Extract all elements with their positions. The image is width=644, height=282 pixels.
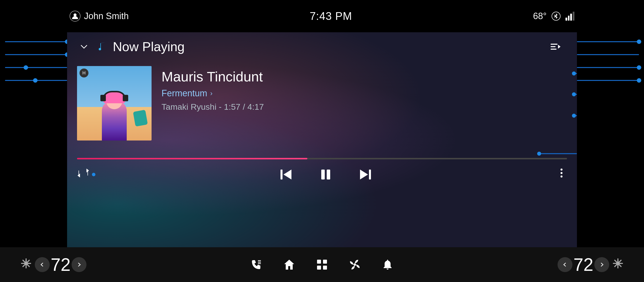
right-temp-value: 72	[574, 255, 593, 275]
svg-marker-7	[284, 170, 292, 180]
music-note-icon	[96, 41, 108, 53]
fan-icon[interactable]	[348, 258, 361, 271]
svg-point-14	[560, 176, 562, 178]
track-section: H Mauris Tincidunt Fermentum › Tamaki Ry…	[67, 61, 577, 141]
svg-marker-11	[360, 170, 368, 180]
left-slider-3[interactable]	[0, 67, 67, 68]
track-title: Mauris Tincidunt	[162, 68, 567, 85]
previous-button[interactable]	[278, 167, 294, 182]
next-button[interactable]	[358, 167, 373, 182]
player-card: Now Playing	[67, 32, 577, 247]
left-temp-control: 72	[0, 255, 86, 275]
right-temp-control: 72	[558, 255, 644, 275]
user-name: John Smith	[84, 11, 129, 21]
bell-icon[interactable]	[381, 258, 394, 271]
right-temp-increase-button[interactable]	[594, 257, 609, 272]
grid-icon[interactable]	[316, 258, 328, 271]
svg-rect-10	[369, 170, 371, 180]
svg-rect-4	[550, 49, 556, 50]
track-slider-3[interactable]	[572, 115, 577, 116]
svg-rect-3	[550, 46, 556, 47]
phone-icon[interactable]	[250, 258, 263, 271]
svg-marker-23	[284, 260, 294, 270]
left-temperature-control: 72	[35, 255, 86, 275]
bottom-nav-icons	[250, 258, 394, 271]
left-temp-decrease-button[interactable]	[35, 257, 50, 272]
right-vent-icon	[612, 257, 624, 272]
headphone-badge: H	[80, 68, 88, 77]
collapse-button[interactable]	[77, 40, 91, 54]
playback-controls	[96, 167, 556, 182]
progress-section[interactable]	[67, 148, 577, 159]
user-icon	[70, 11, 80, 21]
svg-rect-2	[550, 44, 558, 45]
controls-section	[67, 159, 577, 189]
temperature-display: 68°	[533, 11, 546, 21]
svg-point-28	[354, 263, 356, 266]
repeat-dot	[92, 173, 96, 176]
track-album[interactable]: Fermentum ›	[162, 88, 567, 99]
left-slider-2[interactable]	[0, 54, 67, 55]
status-user: John Smith	[70, 11, 129, 21]
svg-point-1	[99, 48, 101, 50]
track-artist-time: Tamaki Ryushi - 1:57 / 4:17	[162, 102, 567, 112]
track-info: Mauris Tincidunt Fermentum › Tamaki Ryus…	[162, 66, 567, 112]
track-slider-1[interactable]	[572, 73, 577, 74]
left-temp-increase-button[interactable]	[72, 257, 86, 272]
right-temp-decrease-button[interactable]	[558, 257, 572, 272]
right-slider-2[interactable]	[577, 54, 644, 55]
status-bar: John Smith 7:43 PM 68°	[0, 0, 644, 32]
right-sliders	[577, 32, 644, 90]
album-chevron-icon: ›	[210, 89, 212, 97]
status-icons: 68°	[533, 11, 574, 21]
svg-marker-5	[558, 45, 560, 49]
svg-rect-24	[317, 260, 321, 264]
left-vent-icon	[20, 257, 32, 272]
svg-point-0	[74, 13, 76, 16]
player-header: Now Playing	[67, 32, 577, 61]
right-slider-4[interactable]	[577, 80, 644, 81]
svg-rect-27	[323, 266, 327, 270]
svg-rect-26	[317, 266, 321, 270]
left-slider-4[interactable]	[0, 80, 67, 81]
now-playing-title: Now Playing	[113, 39, 543, 54]
left-temp-value: 72	[51, 255, 70, 275]
svg-rect-25	[323, 260, 327, 264]
left-sliders	[0, 32, 67, 90]
repeat-icon[interactable]	[77, 167, 90, 182]
svg-rect-9	[327, 170, 330, 180]
svg-point-13	[560, 172, 562, 174]
home-icon[interactable]	[283, 258, 296, 271]
track-slider-2[interactable]	[572, 94, 577, 95]
right-slider-1[interactable]	[577, 41, 644, 42]
queue-icon[interactable]	[548, 40, 562, 54]
bluetooth-icon	[552, 12, 560, 20]
repeat-control[interactable]	[77, 167, 96, 182]
svg-rect-6	[280, 170, 282, 180]
pause-button[interactable]	[318, 167, 333, 182]
left-slider-1[interactable]	[0, 41, 67, 42]
bottom-bar: 72	[0, 247, 644, 282]
svg-point-12	[560, 169, 562, 171]
right-slider-3[interactable]	[577, 67, 644, 68]
status-time: 7:43 PM	[310, 10, 352, 22]
right-temperature-control: 72	[558, 255, 609, 275]
album-art: H	[77, 66, 152, 141]
signal-icon	[566, 12, 574, 20]
svg-rect-8	[321, 170, 325, 180]
more-options-button[interactable]	[556, 168, 567, 181]
